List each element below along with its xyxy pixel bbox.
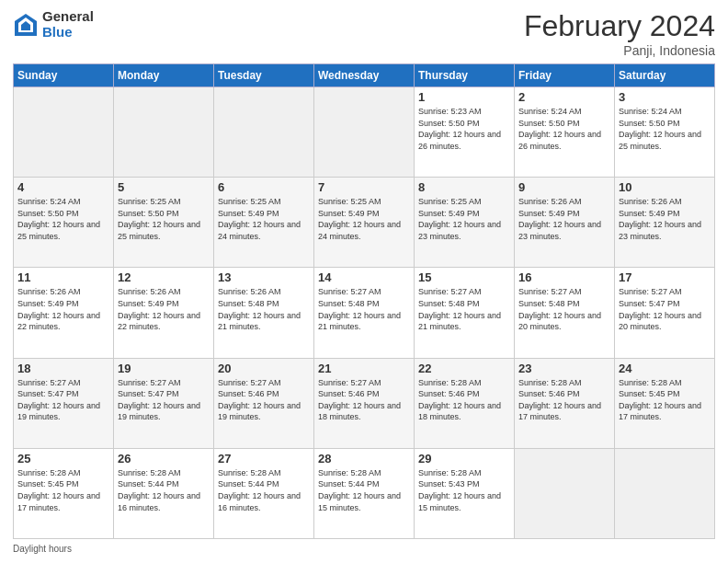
day-header-tuesday: Tuesday	[214, 64, 314, 87]
calendar-cell	[515, 448, 615, 538]
calendar-cell: 18Sunrise: 5:27 AM Sunset: 5:47 PM Dayli…	[14, 358, 114, 448]
day-number: 6	[218, 180, 310, 194]
logo-icon	[13, 12, 39, 38]
calendar-cell: 24Sunrise: 5:28 AM Sunset: 5:45 PM Dayli…	[615, 358, 715, 448]
day-number: 3	[619, 90, 711, 104]
day-number: 28	[318, 452, 410, 465]
day-header-sunday: Sunday	[14, 64, 114, 87]
calendar-title: February 2024	[524, 9, 715, 43]
day-detail: Sunrise: 5:27 AM Sunset: 5:47 PM Dayligh…	[619, 286, 711, 332]
day-header-row: SundayMondayTuesdayWednesdayThursdayFrid…	[14, 64, 715, 87]
calendar-cell	[14, 87, 114, 178]
day-number: 18	[17, 362, 109, 375]
day-number: 23	[518, 362, 610, 375]
logo-text: General Blue	[42, 9, 94, 40]
day-number: 22	[418, 362, 510, 375]
calendar-cell	[615, 448, 715, 538]
day-detail: Sunrise: 5:26 AM Sunset: 5:49 PM Dayligh…	[118, 286, 210, 332]
day-header-monday: Monday	[114, 64, 214, 87]
page: General Blue February 2024 Panji, Indone…	[0, 0, 728, 563]
calendar-cell: 7Sunrise: 5:25 AM Sunset: 5:49 PM Daylig…	[314, 178, 415, 268]
day-number: 21	[318, 362, 410, 375]
day-number: 5	[118, 180, 210, 194]
day-detail: Sunrise: 5:24 AM Sunset: 5:50 PM Dayligh…	[17, 196, 109, 242]
calendar-week-0: 1Sunrise: 5:23 AM Sunset: 5:50 PM Daylig…	[14, 87, 715, 178]
day-detail: Sunrise: 5:27 AM Sunset: 5:47 PM Dayligh…	[118, 377, 210, 423]
day-detail: Sunrise: 5:28 AM Sunset: 5:45 PM Dayligh…	[17, 467, 109, 513]
day-header-thursday: Thursday	[415, 64, 515, 87]
calendar-cell: 21Sunrise: 5:27 AM Sunset: 5:46 PM Dayli…	[314, 358, 415, 448]
day-number: 1	[418, 90, 510, 104]
day-detail: Sunrise: 5:27 AM Sunset: 5:48 PM Dayligh…	[318, 286, 410, 332]
day-number: 11	[17, 270, 109, 284]
calendar-cell: 9Sunrise: 5:26 AM Sunset: 5:49 PM Daylig…	[515, 178, 615, 268]
day-detail: Sunrise: 5:28 AM Sunset: 5:44 PM Dayligh…	[318, 467, 410, 513]
calendar-cell: 1Sunrise: 5:23 AM Sunset: 5:50 PM Daylig…	[415, 87, 515, 178]
calendar-subtitle: Panji, Indonesia	[524, 43, 715, 58]
day-header-saturday: Saturday	[615, 64, 715, 87]
day-header-friday: Friday	[515, 64, 615, 87]
day-number: 10	[619, 180, 711, 194]
calendar-cell: 2Sunrise: 5:24 AM Sunset: 5:50 PM Daylig…	[515, 87, 615, 178]
day-detail: Sunrise: 5:24 AM Sunset: 5:50 PM Dayligh…	[518, 106, 610, 152]
day-detail: Sunrise: 5:26 AM Sunset: 5:49 PM Dayligh…	[17, 286, 109, 332]
calendar-cell: 25Sunrise: 5:28 AM Sunset: 5:45 PM Dayli…	[14, 448, 114, 538]
day-detail: Sunrise: 5:27 AM Sunset: 5:46 PM Dayligh…	[318, 377, 410, 423]
logo-general: General	[42, 9, 94, 25]
day-number: 26	[118, 452, 210, 465]
calendar-cell: 29Sunrise: 5:28 AM Sunset: 5:43 PM Dayli…	[415, 448, 515, 538]
calendar-cell: 22Sunrise: 5:28 AM Sunset: 5:46 PM Dayli…	[415, 358, 515, 448]
day-number: 25	[17, 452, 109, 465]
calendar-cell: 23Sunrise: 5:28 AM Sunset: 5:46 PM Dayli…	[515, 358, 615, 448]
day-number: 17	[619, 270, 711, 284]
calendar-cell: 12Sunrise: 5:26 AM Sunset: 5:49 PM Dayli…	[114, 268, 214, 358]
calendar-cell: 19Sunrise: 5:27 AM Sunset: 5:47 PM Dayli…	[114, 358, 214, 448]
calendar-cell: 16Sunrise: 5:27 AM Sunset: 5:48 PM Dayli…	[515, 268, 615, 358]
calendar-cell: 26Sunrise: 5:28 AM Sunset: 5:44 PM Dayli…	[114, 448, 214, 538]
day-detail: Sunrise: 5:26 AM Sunset: 5:49 PM Dayligh…	[518, 196, 610, 242]
day-number: 24	[619, 362, 711, 375]
day-number: 29	[418, 452, 510, 465]
day-number: 16	[518, 270, 610, 284]
day-detail: Sunrise: 5:27 AM Sunset: 5:47 PM Dayligh…	[17, 377, 109, 423]
calendar-cell: 4Sunrise: 5:24 AM Sunset: 5:50 PM Daylig…	[14, 178, 114, 268]
day-detail: Sunrise: 5:28 AM Sunset: 5:43 PM Dayligh…	[418, 467, 510, 513]
calendar-cell: 5Sunrise: 5:25 AM Sunset: 5:50 PM Daylig…	[114, 178, 214, 268]
day-detail: Sunrise: 5:28 AM Sunset: 5:46 PM Dayligh…	[418, 377, 510, 423]
calendar-week-1: 4Sunrise: 5:24 AM Sunset: 5:50 PM Daylig…	[14, 178, 715, 268]
day-number: 9	[518, 180, 610, 194]
day-number: 15	[418, 270, 510, 284]
calendar-cell	[214, 87, 314, 178]
calendar-cell	[314, 87, 415, 178]
day-detail: Sunrise: 5:26 AM Sunset: 5:48 PM Dayligh…	[218, 286, 310, 332]
day-detail: Sunrise: 5:25 AM Sunset: 5:49 PM Dayligh…	[318, 196, 410, 242]
day-number: 4	[17, 180, 109, 194]
calendar-cell: 14Sunrise: 5:27 AM Sunset: 5:48 PM Dayli…	[314, 268, 415, 358]
calendar-cell: 15Sunrise: 5:27 AM Sunset: 5:48 PM Dayli…	[415, 268, 515, 358]
calendar-cell: 27Sunrise: 5:28 AM Sunset: 5:44 PM Dayli…	[214, 448, 314, 538]
calendar-cell: 13Sunrise: 5:26 AM Sunset: 5:48 PM Dayli…	[214, 268, 314, 358]
calendar-cell: 28Sunrise: 5:28 AM Sunset: 5:44 PM Dayli…	[314, 448, 415, 538]
day-detail: Sunrise: 5:23 AM Sunset: 5:50 PM Dayligh…	[418, 106, 510, 152]
day-detail: Sunrise: 5:25 AM Sunset: 5:50 PM Dayligh…	[118, 196, 210, 242]
day-detail: Sunrise: 5:27 AM Sunset: 5:46 PM Dayligh…	[218, 377, 310, 423]
day-detail: Sunrise: 5:28 AM Sunset: 5:45 PM Dayligh…	[619, 377, 711, 423]
day-number: 13	[218, 270, 310, 284]
footer: Daylight hours	[13, 544, 715, 554]
logo-blue: Blue	[42, 25, 94, 40]
day-number: 19	[118, 362, 210, 375]
day-detail: Sunrise: 5:26 AM Sunset: 5:49 PM Dayligh…	[619, 196, 711, 242]
day-number: 27	[218, 452, 310, 465]
calendar-cell	[114, 87, 214, 178]
day-detail: Sunrise: 5:25 AM Sunset: 5:49 PM Dayligh…	[218, 196, 310, 242]
day-detail: Sunrise: 5:28 AM Sunset: 5:46 PM Dayligh…	[518, 377, 610, 423]
calendar-cell: 8Sunrise: 5:25 AM Sunset: 5:49 PM Daylig…	[415, 178, 515, 268]
calendar-cell: 6Sunrise: 5:25 AM Sunset: 5:49 PM Daylig…	[214, 178, 314, 268]
title-block: February 2024 Panji, Indonesia	[524, 9, 715, 58]
day-detail: Sunrise: 5:28 AM Sunset: 5:44 PM Dayligh…	[218, 467, 310, 513]
day-number: 8	[418, 180, 510, 194]
day-header-wednesday: Wednesday	[314, 64, 415, 87]
calendar-cell: 10Sunrise: 5:26 AM Sunset: 5:49 PM Dayli…	[615, 178, 715, 268]
day-number: 7	[318, 180, 410, 194]
daylight-label: Daylight hours	[13, 544, 72, 554]
